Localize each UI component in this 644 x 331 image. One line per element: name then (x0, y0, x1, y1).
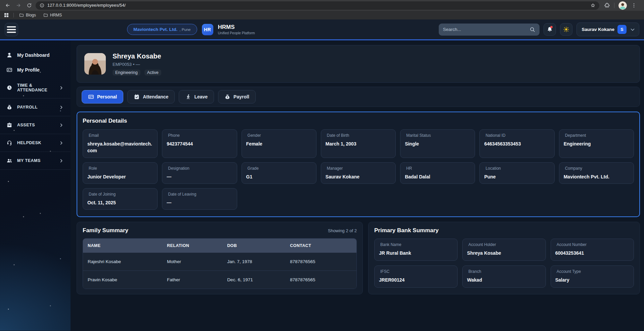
tab-payroll[interactable]: Payroll (218, 90, 256, 104)
hamburger-menu-button[interactable] (5, 23, 18, 36)
tab-label: Personal (97, 94, 117, 99)
field-label: Account Type (555, 269, 629, 274)
personal-field-grade: GradeG1 (242, 162, 316, 184)
field-label: Manager (326, 166, 391, 171)
table-cell: Rajeshri Kosabe (83, 253, 162, 271)
money-bag-icon (224, 94, 230, 100)
family-col-name: NAME (83, 239, 162, 253)
personal-field-marital-status: Marital StatusSingle (400, 129, 475, 158)
header-actions: Saurav Kokane S (439, 23, 639, 36)
user-name: Saurav Kokane (582, 27, 614, 32)
extensions-icon[interactable] (604, 2, 610, 8)
table-cell: Father (162, 271, 222, 289)
field-label: National ID (484, 133, 550, 138)
notifications-button[interactable] (544, 23, 556, 36)
company-pill[interactable]: Maviontech Pvt. Ltd. , Pune (127, 24, 197, 35)
briefcase-icon (6, 122, 13, 128)
search-input[interactable] (443, 27, 527, 32)
brand-cluster: Maviontech Pvt. Ltd. , Pune HR HRMS Unif… (127, 24, 255, 35)
sidebar-item-label: My Dashboard (17, 52, 49, 58)
tabs-bar: PersonalAttendanceLeavePayroll (77, 87, 640, 107)
browser-profile-avatar[interactable] (618, 1, 627, 10)
field-label: Date of Joining (87, 192, 153, 197)
field-value: Maviontech Pvt. Ltd. (564, 173, 629, 180)
sidebar-item-my-profile[interactable]: My Profile (0, 63, 71, 77)
bookmark-star-icon[interactable] (591, 3, 595, 8)
table-cell: 8787876565 (285, 253, 356, 271)
field-value: 64634563353453 (484, 140, 550, 147)
personal-field-date-of-birth: Date of BirthMarch 1, 2003 (321, 129, 396, 158)
employee-name: Shreya Kosabe (113, 52, 161, 60)
personal-details-card: Personal Details Emailshreya.kosabe@mavi… (77, 112, 640, 217)
sidebar-item-payroll[interactable]: PAYROLL (0, 98, 71, 116)
browser-menu-icon[interactable] (631, 2, 637, 8)
browser-back-button[interactable] (3, 1, 12, 10)
sidebar-item-label: HELPDESK (17, 140, 41, 145)
personal-field-location: LocationPune (479, 162, 554, 184)
company-name: Maviontech Pvt. Ltd. (133, 27, 177, 32)
personal-field-national-id: National ID64634563353453 (479, 129, 554, 158)
personal-field-phone: Phone9423774544 (162, 129, 237, 158)
sidebar-nav: My DashboardMy ProfileTIME & ATTENDANCEP… (0, 48, 71, 170)
personal-field-hr: HRBadal Dalal (400, 162, 475, 184)
field-value: 9423774544 (167, 140, 232, 147)
bookmark-blogs[interactable]: Blogs (18, 12, 37, 18)
sidebar-item-my-dashboard[interactable]: My Dashboard (0, 48, 71, 63)
bookmark-hrms[interactable]: HRMS (42, 12, 63, 18)
browser-toolbar: 127.0.0.1:8000/employee/employees/54/ (0, 0, 644, 11)
chevron-down-icon (630, 27, 636, 33)
family-summary-card: Family Summary Showing 2 of 2 NAMERELATI… (77, 222, 363, 294)
chevron-right-icon (58, 158, 65, 163)
field-value: — (167, 199, 232, 206)
sidebar-item-my-teams[interactable]: MY TEAMS (0, 152, 71, 170)
main-content: Shreya Kosabe EMP0053 • — EngineeringAct… (71, 40, 644, 331)
field-value: Engineering (564, 140, 629, 147)
table-cell: Pravin Kosabe (83, 271, 162, 289)
sidebar-item-label: MY TEAMS (17, 158, 41, 163)
apps-grid-icon[interactable] (3, 12, 9, 18)
family-table: NAMERELATIONDOBCONTACT Rajeshri KosabeMo… (83, 238, 357, 289)
company-location: , Pune (179, 28, 190, 32)
bookmarks-list: BlogsHRMS (18, 12, 63, 18)
sun-icon (563, 26, 569, 33)
address-bar[interactable]: 127.0.0.1:8000/employee/employees/54/ (36, 1, 599, 10)
bookmark-label: HRMS (50, 13, 62, 17)
folder-icon (43, 13, 48, 17)
bookmarks-bar: BlogsHRMS (0, 11, 644, 19)
field-label: Role (87, 166, 153, 171)
personal-field-department: DepartmentEngineering (559, 129, 634, 158)
tab-leave[interactable]: Leave (179, 90, 214, 104)
sidebar-item-time-attendance[interactable]: TIME & ATTENDANCE (0, 77, 71, 98)
sidebar-item-assets[interactable]: ASSETS (0, 116, 71, 134)
personal-field-manager: ManagerSaurav Kokane (321, 162, 396, 184)
user-menu[interactable]: Saurav Kokane S (576, 23, 639, 36)
bank-summary-title: Primary Bank Summary (374, 227, 634, 234)
table-row: Rajeshri KosabeMotherJan. 7, 19788787876… (83, 253, 356, 271)
tab-personal[interactable]: Personal (82, 90, 123, 104)
bank-field-branch: BranchWakad (462, 265, 546, 288)
user-icon (6, 52, 13, 58)
field-value: — (167, 173, 232, 180)
field-label: Email (87, 133, 153, 138)
field-label: Department (564, 133, 629, 138)
field-value: March 1, 2003 (326, 140, 391, 147)
browser-forward-button[interactable] (14, 1, 23, 10)
personal-fields-grid: Emailshreya.kosabe@maviontech.comPhone94… (83, 129, 634, 210)
field-label: Gender (246, 133, 312, 138)
url-text: 127.0.0.1:8000/employee/employees/54/ (47, 3, 588, 8)
site-info-icon[interactable] (40, 3, 44, 8)
theme-toggle-button[interactable] (560, 23, 572, 36)
browser-reload-button[interactable] (25, 1, 34, 10)
field-label: IFSC (379, 269, 453, 274)
sidebar-item-helpdesk[interactable]: HELPDESK (0, 134, 71, 152)
search-icon[interactable] (529, 27, 535, 33)
chevron-right-icon (58, 123, 65, 128)
field-label: Location (484, 166, 550, 171)
personal-field-date-of-leaving: Date of Leaving— (162, 188, 237, 210)
field-value: Single (405, 140, 470, 147)
family-summary-title: Family Summary (83, 227, 128, 234)
bank-field-account-number: Account Number60043253641 (551, 239, 634, 261)
app-tagline: Unified People Platform (218, 31, 255, 35)
bank-field-ifsc: IFSCJRER00124 (374, 265, 458, 288)
tab-attendance[interactable]: Attendance (127, 90, 175, 104)
